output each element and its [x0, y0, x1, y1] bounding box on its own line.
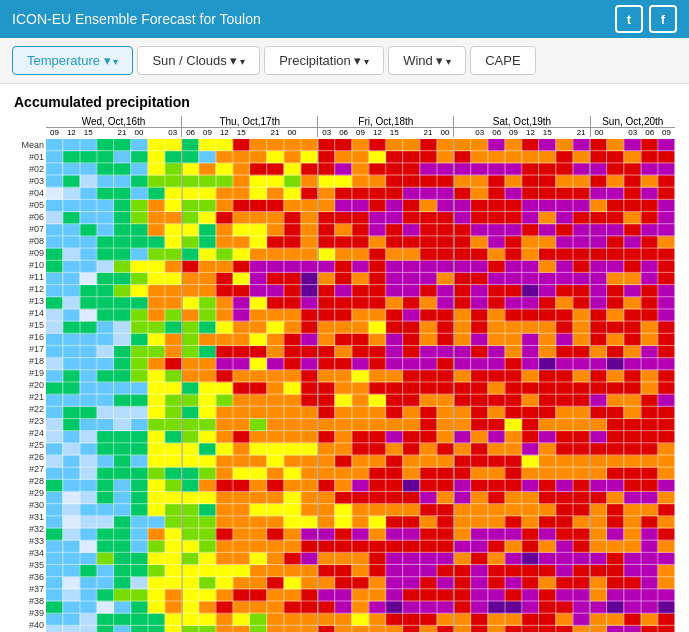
- row-label: #32: [14, 523, 46, 535]
- row-label: #38: [14, 595, 46, 607]
- hour-labels-row: 09 12 15 21 00 03 06 09 12 15 21 00 03: [46, 128, 675, 137]
- row-label: #33: [14, 535, 46, 547]
- row-label: #10: [14, 259, 46, 271]
- row-label: #25: [14, 439, 46, 451]
- day-header-thu: Thu, Oct,17th: [182, 116, 318, 128]
- row-label: #39: [14, 607, 46, 619]
- row-label: #23: [14, 415, 46, 427]
- row-label: Mean: [14, 139, 46, 151]
- row-label: #16: [14, 331, 46, 343]
- row-label: #27: [14, 463, 46, 475]
- row-label: #34: [14, 547, 46, 559]
- tab-temperature[interactable]: Temperature ▾: [12, 46, 133, 75]
- row-label: #01: [14, 151, 46, 163]
- row-label: #28: [14, 475, 46, 487]
- content: Accumulated precipitation Wed, Oct,16th …: [0, 84, 689, 632]
- row-label: #35: [14, 559, 46, 571]
- facebook-button[interactable]: f: [649, 5, 677, 33]
- tab-sun-clouds[interactable]: Sun / Clouds ▾: [137, 46, 260, 75]
- row-label: #04: [14, 187, 46, 199]
- tab-cape[interactable]: CAPE: [470, 46, 535, 75]
- tab-precipitation[interactable]: Precipitation ▾: [264, 46, 384, 75]
- header-title: ICON-EU Ensemble Forecast for Toulon: [12, 11, 261, 27]
- row-label: #18: [14, 355, 46, 367]
- row-label: #19: [14, 367, 46, 379]
- day-header-sat: Sat, Oct,19th: [454, 116, 590, 128]
- heatmap-area: Mean#01#02#03#04#05#06#07#08#09#10#11#12…: [14, 139, 675, 632]
- row-label: #24: [14, 427, 46, 439]
- row-label: #13: [14, 295, 46, 307]
- day-header-sun: Sun, Oct,20th: [591, 116, 675, 128]
- row-label: #26: [14, 451, 46, 463]
- section-title: Accumulated precipitation: [14, 94, 675, 110]
- row-label: #22: [14, 403, 46, 415]
- header-icons: t f: [615, 5, 677, 33]
- day-header-wed: Wed, Oct,16th: [46, 116, 182, 128]
- row-label: #30: [14, 499, 46, 511]
- day-headers-row: Wed, Oct,16th Thu, Oct,17th Fri, Oct,18t…: [46, 116, 675, 128]
- row-label: #07: [14, 223, 46, 235]
- row-label: #37: [14, 583, 46, 595]
- row-label: #15: [14, 319, 46, 331]
- row-labels: Mean#01#02#03#04#05#06#07#08#09#10#11#12…: [14, 139, 46, 632]
- nav: Temperature ▾ Sun / Clouds ▾ Precipitati…: [0, 38, 689, 84]
- row-label: #03: [14, 175, 46, 187]
- row-label: #02: [14, 163, 46, 175]
- row-label: #36: [14, 571, 46, 583]
- row-label: #12: [14, 283, 46, 295]
- row-label: #21: [14, 391, 46, 403]
- row-label: #11: [14, 271, 46, 283]
- row-label: #20: [14, 379, 46, 391]
- row-label: #06: [14, 211, 46, 223]
- row-label: #09: [14, 247, 46, 259]
- row-label: #05: [14, 199, 46, 211]
- twitter-button[interactable]: t: [615, 5, 643, 33]
- header: ICON-EU Ensemble Forecast for Toulon t f: [0, 0, 689, 38]
- chart-container: Wed, Oct,16th Thu, Oct,17th Fri, Oct,18t…: [14, 116, 675, 632]
- row-label: #08: [14, 235, 46, 247]
- row-label: #29: [14, 487, 46, 499]
- row-label: #40: [14, 619, 46, 631]
- row-label: #14: [14, 307, 46, 319]
- row-label: #17: [14, 343, 46, 355]
- row-label: #31: [14, 511, 46, 523]
- day-header-fri: Fri, Oct,18th: [318, 116, 454, 128]
- tab-wind[interactable]: Wind ▾: [388, 46, 466, 75]
